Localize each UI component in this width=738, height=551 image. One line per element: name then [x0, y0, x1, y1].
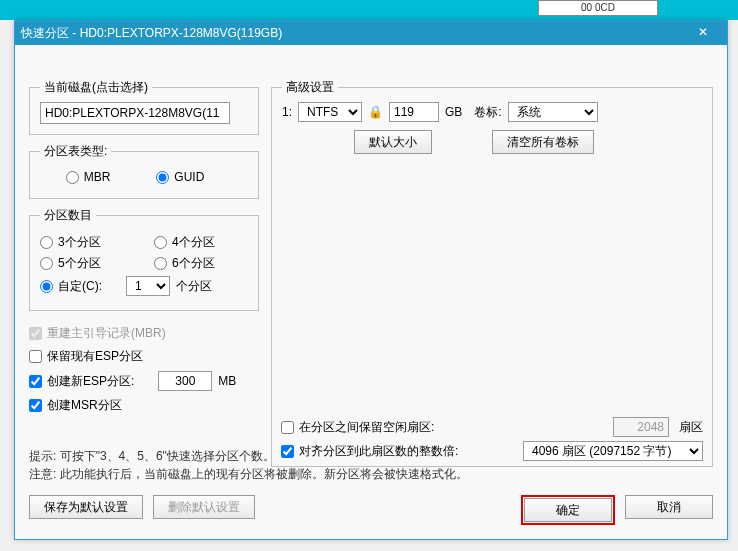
- gap-sectors-unit: 扇区: [679, 419, 703, 436]
- check-new-esp[interactable]: 创建新ESP分区:: [29, 373, 134, 390]
- default-size-button[interactable]: 默认大小: [354, 130, 432, 154]
- quick-partition-dialog: 快速分区 - HD0:PLEXTORPX-128M8VG(119GB) ✕ 当前…: [14, 20, 728, 540]
- button-spacer: [265, 495, 511, 525]
- table-type-group: 分区表类型: MBR GUID: [29, 143, 259, 199]
- current-disk-group: 当前磁盘(点击选择) HD0:PLEXTORPX-128M8VG(11: [29, 79, 259, 135]
- clear-labels-button[interactable]: 清空所有卷标: [492, 130, 594, 154]
- table-type-legend: 分区表类型:: [40, 143, 111, 160]
- filesystem-select[interactable]: NTFS: [298, 102, 362, 122]
- radio-5-partitions[interactable]: 5个分区: [40, 255, 130, 272]
- hint-line-2: 注意: 此功能执行后，当前磁盘上的现有分区将被删除。新分区将会被快速格式化。: [29, 465, 713, 483]
- radio-3-partitions[interactable]: 3个分区: [40, 234, 130, 251]
- close-button[interactable]: ✕: [685, 21, 721, 45]
- advanced-legend: 高级设置: [282, 79, 338, 96]
- radio-guid[interactable]: GUID: [156, 170, 204, 184]
- dialog-content: 当前磁盘(点击选择) HD0:PLEXTORPX-128M8VG(11 分区表类…: [15, 45, 727, 539]
- lock-icon[interactable]: 🔒: [368, 105, 383, 119]
- current-disk-legend: 当前磁盘(点击选择): [40, 79, 152, 96]
- esp-size-input[interactable]: [158, 371, 212, 391]
- volume-label-label: 卷标:: [474, 104, 501, 121]
- background-disk-label: 00 0CD: [538, 0, 658, 16]
- partition-count-legend: 分区数目: [40, 207, 96, 224]
- advanced-group: 高级设置 1: NTFS 🔒 GB 卷标: 系统 默认大小 清空所有卷标 在分: [271, 79, 713, 467]
- current-disk-selector[interactable]: HD0:PLEXTORPX-128M8VG(11: [40, 102, 230, 124]
- dialog-buttons: 保存为默认设置 删除默认设置 确定 取消: [29, 495, 713, 525]
- ok-button[interactable]: 确定: [524, 498, 612, 522]
- partition-index: 1:: [282, 105, 292, 119]
- ok-highlight: 确定: [521, 495, 615, 525]
- checks-group: 重建主引导记录(MBR) 保留现有ESP分区 创建新ESP分区: MB 创建MS…: [29, 325, 259, 414]
- size-unit: GB: [445, 105, 462, 119]
- custom-count-unit: 个分区: [176, 278, 212, 295]
- check-gap-sectors[interactable]: 在分区之间保留空闲扇区:: [281, 419, 434, 436]
- radio-6-partitions[interactable]: 6个分区: [154, 255, 215, 272]
- esp-size-unit: MB: [218, 374, 236, 388]
- radio-4-partitions[interactable]: 4个分区: [154, 234, 215, 251]
- hint-line-1: 提示: 可按下"3、4、5、6"快速选择分区个数。: [29, 447, 713, 465]
- radio-mbr[interactable]: MBR: [66, 170, 111, 184]
- delete-default-button: 删除默认设置: [153, 495, 255, 519]
- left-column: 当前磁盘(点击选择) HD0:PLEXTORPX-128M8VG(11 分区表类…: [29, 79, 259, 420]
- hint-text: 提示: 可按下"3、4、5、6"快速选择分区个数。 注意: 此功能执行后，当前磁…: [29, 447, 713, 483]
- check-msr[interactable]: 创建MSR分区: [29, 397, 122, 414]
- check-rebuild-mbr: 重建主引导记录(MBR): [29, 325, 166, 342]
- right-column: 高级设置 1: NTFS 🔒 GB 卷标: 系统 默认大小 清空所有卷标 在分: [271, 79, 713, 475]
- volume-label-select[interactable]: 系统: [508, 102, 598, 122]
- dialog-title: 快速分区 - HD0:PLEXTORPX-128M8VG(119GB): [21, 25, 685, 42]
- partition-row-1: 1: NTFS 🔒 GB 卷标: 系统: [282, 102, 702, 122]
- partition-count-group: 分区数目 3个分区 4个分区 5个分区 6个分区 自定(C): 1 个分区: [29, 207, 259, 311]
- partition-size-input[interactable]: [389, 102, 439, 122]
- radio-custom-partitions[interactable]: 自定(C):: [40, 278, 102, 295]
- cancel-button[interactable]: 取消: [625, 495, 713, 519]
- current-disk-value: HD0:PLEXTORPX-128M8VG(11: [45, 106, 220, 120]
- custom-count-select[interactable]: 1: [126, 276, 170, 296]
- check-keep-esp[interactable]: 保留现有ESP分区: [29, 348, 143, 365]
- gap-sectors-input: [613, 417, 669, 437]
- titlebar: 快速分区 - HD0:PLEXTORPX-128M8VG(119GB) ✕: [15, 21, 727, 45]
- save-default-button[interactable]: 保存为默认设置: [29, 495, 143, 519]
